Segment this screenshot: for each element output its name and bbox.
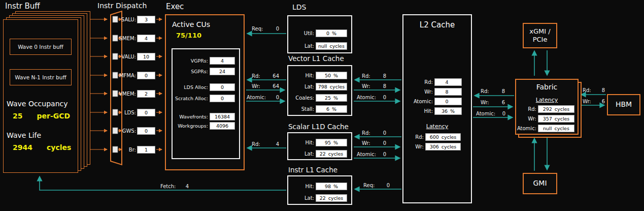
flow-label-vl1-l2-rd: Rd: 8: [362, 73, 386, 79]
metric-value: 98: [325, 184, 331, 189]
flow-label-vl1-l2-atomic: Atomic: 0: [357, 95, 386, 100]
flow-label: Atomic:: [357, 95, 376, 100]
active-cus-label: Active CUs: [172, 20, 210, 28]
metric-label: Wr:: [415, 144, 424, 149]
instr-dispatch-title: Instr Dispatch: [97, 2, 147, 10]
metric-label: LDS Alloc:: [184, 84, 208, 90]
flow-value: 8: [383, 73, 386, 79]
metric-value: 292: [543, 106, 552, 112]
metric-value-box: 292 cycles: [538, 105, 574, 113]
dispatch-row-smem: SMEM: 4: [119, 34, 155, 42]
lds-row-lat: Lat: null cycles: [304, 42, 347, 50]
metric-unit: %: [333, 140, 338, 145]
flow-value: 8: [602, 87, 605, 93]
l2-row-wr: Wr: 8: [424, 87, 462, 96]
flow-value: 8: [502, 88, 505, 94]
metric-label: Lat:: [304, 151, 314, 157]
metric-value: 4: [445, 79, 448, 85]
fabric-row-wr: Wr: 357 cycles: [528, 115, 574, 123]
wave-life-value: 2944: [13, 143, 32, 152]
dispatch-row-salu: SALU: 3: [121, 15, 155, 23]
metric-label: Stall:: [301, 106, 314, 112]
flow-value: 8: [383, 83, 386, 89]
flow-label: Wr:: [481, 100, 489, 105]
wave0-instr-buff-box: Wave 0 Instr buff: [10, 39, 72, 55]
xgmi-label-line2: PCIe: [533, 36, 548, 44]
metric-value-box: 24: [210, 68, 235, 75]
metric-label: Rd:: [415, 134, 424, 140]
flow-label: Wr:: [252, 83, 260, 89]
flow-value: 4: [276, 141, 279, 147]
metric-label: Wavefronts:: [179, 114, 208, 119]
l2-row-hit: Hit: 36 %: [424, 107, 462, 115]
metric-unit: cycles: [442, 134, 457, 140]
wave-occupancy-label: Wave Occupancy: [7, 100, 67, 108]
metric-label: VGPRs:: [191, 58, 208, 64]
flow-value: 4: [186, 184, 189, 189]
flow-label: Wr:: [583, 99, 591, 104]
metric-label: Lat:: [304, 43, 314, 49]
dispatch-label: VALU:: [121, 54, 136, 59]
flow-value: 0: [502, 111, 505, 116]
gpu-memory-chart: Instr Buff Wave 0 Instr buff Wave N-1 In…: [0, 0, 644, 211]
dispatch-label: LDS:: [124, 110, 136, 115]
l2-latency-wr: Wr: 306 cycles: [415, 142, 461, 150]
metric-label: Atomic:: [414, 99, 433, 104]
flow-label: Atomic:: [357, 152, 376, 157]
metric-unit: cycles: [329, 43, 345, 49]
flow-label-sl1-l2-wr: Wr: 0: [362, 140, 386, 146]
fabric-panel: Fabric Latency Rd: 292 cycles Wr: 357 cy…: [515, 79, 579, 135]
metric-value-box: 22 cycles: [316, 194, 347, 202]
metric-value-box: 16384: [210, 113, 235, 120]
metric-value-box: 6 %: [316, 105, 347, 113]
flow-label-exec-sl1-rd: Rd: 4: [252, 141, 279, 147]
instr-buff-panel: Wave 0 Instr buff Wave N-1 Instr buff Wa…: [3, 19, 78, 173]
flow-label: Rd:: [362, 73, 370, 79]
metric-label: Coales:: [295, 95, 314, 101]
wave0-instr-buff-label: Wave 0 Instr buff: [18, 44, 63, 50]
scalar-l1d-title: Scalar L1D Cache: [288, 123, 349, 131]
wave-life-values: 2944 cycles: [4, 143, 78, 152]
dispatch-value-box: 3: [137, 16, 155, 23]
flow-label-instr-fetch: Fetch: 4: [160, 184, 189, 189]
dispatch-value-box: 10: [137, 53, 155, 61]
metric-value-box: 600 cycles: [425, 133, 461, 141]
flow-label: Rd:: [362, 130, 370, 136]
metric-value-box: 25 %: [316, 94, 347, 102]
flow-label-fabric-hbm-wr: Wr: 6: [583, 99, 605, 104]
l2-row-atomic: Atomic: 0: [414, 97, 462, 105]
metric-value: 8: [445, 89, 448, 95]
wave-occupancy-unit: per-GCD: [37, 112, 70, 120]
metric-value-box: 4096: [210, 122, 235, 130]
metric-value: null: [318, 43, 327, 49]
lds-title: LDS: [292, 3, 306, 11]
hbm-block: HBM: [607, 94, 640, 115]
scalar-l1d-panel: Hit: 95 % Lat: 22 cycles: [287, 132, 352, 160]
metric-unit: %: [332, 31, 336, 36]
xgmi-label-line1: xGMI /: [529, 27, 550, 36]
dispatch-row-gws: GWS: 0: [122, 127, 155, 135]
wave-occupancy-value: 25: [13, 112, 22, 120]
metric-unit: %: [333, 184, 338, 189]
metric-value-box: 95 %: [316, 139, 347, 146]
metric-value-box: 798 cycles: [316, 83, 347, 91]
flow-value: 0: [387, 183, 390, 188]
metric-value: 50: [325, 73, 331, 78]
flow-value: 6: [602, 99, 605, 104]
metric-label: Hit:: [424, 108, 433, 114]
metric-label: Hit:: [305, 140, 314, 145]
metric-unit: %: [333, 73, 338, 78]
metric-label: Rd:: [528, 106, 536, 112]
metric-value: 36: [442, 108, 448, 114]
flow-label-lds-req: Req: 0: [252, 26, 279, 32]
metric-value-box: 0 %: [316, 29, 347, 37]
l2-cache-panel: L2 Cache Rd: 4 Wr: 8 Atomic: 0 Hit:: [402, 14, 472, 203]
metric-value: 600: [430, 134, 439, 140]
metric-label: Wr:: [424, 89, 433, 95]
flow-value: 64: [273, 83, 279, 89]
metric-value-box: 22 cycles: [316, 150, 347, 158]
metric-unit: %: [332, 106, 336, 112]
dispatch-to-exec-arrows: [156, 19, 162, 149]
vl1-row-lat: Lat: 798 cycles: [304, 82, 347, 91]
fabric-row-rd: Rd: 292 cycles: [528, 105, 574, 113]
